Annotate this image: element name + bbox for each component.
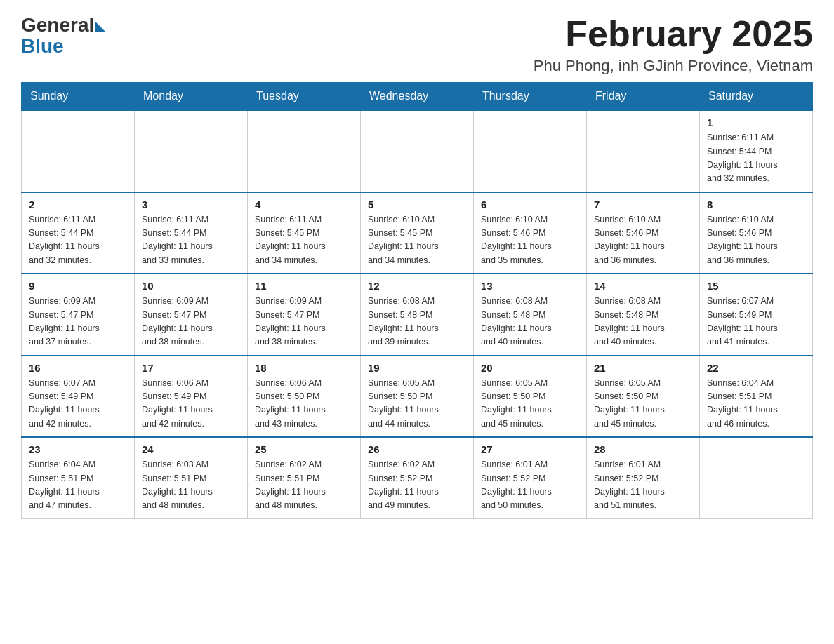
calendar-cell: 14Sunrise: 6:08 AMSunset: 5:48 PMDayligh…	[587, 274, 700, 356]
calendar-cell: 7Sunrise: 6:10 AMSunset: 5:46 PMDaylight…	[587, 192, 700, 274]
day-of-week-header: Friday	[587, 83, 700, 111]
day-info: Sunrise: 6:05 AMSunset: 5:50 PMDaylight:…	[594, 377, 692, 431]
day-number: 3	[142, 199, 240, 210]
day-number: 6	[481, 199, 579, 210]
calendar-week-row: 2Sunrise: 6:11 AMSunset: 5:44 PMDaylight…	[22, 192, 813, 274]
day-number: 13	[481, 280, 579, 292]
calendar-week-row: 23Sunrise: 6:04 AMSunset: 5:51 PMDayligh…	[22, 437, 813, 518]
day-number: 21	[594, 362, 692, 374]
logo-blue-text: Blue	[21, 35, 64, 58]
day-info: Sunrise: 6:07 AMSunset: 5:49 PMDaylight:…	[707, 295, 805, 349]
day-info: Sunrise: 6:01 AMSunset: 5:52 PMDaylight:…	[594, 458, 692, 513]
day-number: 17	[142, 362, 240, 374]
calendar-cell: 27Sunrise: 6:01 AMSunset: 5:52 PMDayligh…	[474, 437, 587, 518]
day-number: 22	[707, 362, 805, 374]
calendar-cell: 12Sunrise: 6:08 AMSunset: 5:48 PMDayligh…	[361, 274, 474, 356]
day-number: 9	[29, 280, 127, 292]
main-title: February 2025	[534, 14, 813, 54]
day-of-week-header: Thursday	[474, 83, 587, 111]
calendar-cell: 4Sunrise: 6:11 AMSunset: 5:45 PMDaylight…	[248, 192, 361, 274]
calendar-cell	[474, 110, 587, 192]
day-of-week-header: Saturday	[700, 83, 813, 111]
calendar-cell	[248, 110, 361, 192]
calendar-cell: 9Sunrise: 6:09 AMSunset: 5:47 PMDaylight…	[22, 274, 135, 356]
day-info: Sunrise: 6:06 AMSunset: 5:49 PMDaylight:…	[142, 377, 240, 431]
day-of-week-header: Monday	[135, 83, 248, 111]
day-info: Sunrise: 6:04 AMSunset: 5:51 PMDaylight:…	[707, 377, 805, 431]
calendar-cell: 15Sunrise: 6:07 AMSunset: 5:49 PMDayligh…	[700, 274, 813, 356]
day-info: Sunrise: 6:02 AMSunset: 5:51 PMDaylight:…	[255, 458, 353, 513]
day-info: Sunrise: 6:08 AMSunset: 5:48 PMDaylight:…	[594, 295, 692, 349]
calendar-cell: 5Sunrise: 6:10 AMSunset: 5:45 PMDaylight…	[361, 192, 474, 274]
day-number: 27	[481, 443, 579, 455]
calendar-cell	[135, 110, 248, 192]
page-header: General Blue February 2025 Phu Phong, in…	[21, 14, 813, 75]
day-number: 16	[29, 362, 127, 374]
calendar-header-row: SundayMondayTuesdayWednesdayThursdayFrid…	[22, 83, 813, 111]
day-number: 26	[368, 443, 466, 455]
calendar-cell: 25Sunrise: 6:02 AMSunset: 5:51 PMDayligh…	[248, 437, 361, 518]
day-info: Sunrise: 6:09 AMSunset: 5:47 PMDaylight:…	[142, 295, 240, 349]
day-number: 12	[368, 280, 466, 292]
calendar-week-row: 16Sunrise: 6:07 AMSunset: 5:49 PMDayligh…	[22, 356, 813, 438]
day-number: 28	[594, 443, 692, 455]
day-number: 8	[707, 199, 805, 210]
calendar-cell	[700, 437, 813, 518]
day-info: Sunrise: 6:08 AMSunset: 5:48 PMDaylight:…	[368, 295, 466, 349]
day-number: 2	[29, 199, 127, 210]
day-of-week-header: Wednesday	[361, 83, 474, 111]
logo: General Blue	[21, 14, 105, 58]
day-info: Sunrise: 6:11 AMSunset: 5:45 PMDaylight:…	[255, 213, 353, 268]
day-info: Sunrise: 6:11 AMSunset: 5:44 PMDaylight:…	[29, 213, 127, 268]
day-number: 10	[142, 280, 240, 292]
calendar-cell	[587, 110, 700, 192]
calendar-cell: 22Sunrise: 6:04 AMSunset: 5:51 PMDayligh…	[700, 356, 813, 438]
day-number: 11	[255, 280, 353, 292]
day-info: Sunrise: 6:03 AMSunset: 5:51 PMDaylight:…	[142, 458, 240, 513]
day-info: Sunrise: 6:08 AMSunset: 5:48 PMDaylight:…	[481, 295, 579, 349]
calendar-cell: 24Sunrise: 6:03 AMSunset: 5:51 PMDayligh…	[135, 437, 248, 518]
calendar-table: SundayMondayTuesdayWednesdayThursdayFrid…	[21, 82, 813, 519]
calendar-cell: 16Sunrise: 6:07 AMSunset: 5:49 PMDayligh…	[22, 356, 135, 438]
day-of-week-header: Sunday	[22, 83, 135, 111]
title-section: February 2025 Phu Phong, inh GJinh Provi…	[534, 14, 813, 75]
day-info: Sunrise: 6:09 AMSunset: 5:47 PMDaylight:…	[29, 295, 127, 349]
calendar-cell: 21Sunrise: 6:05 AMSunset: 5:50 PMDayligh…	[587, 356, 700, 438]
day-info: Sunrise: 6:04 AMSunset: 5:51 PMDaylight:…	[29, 458, 127, 513]
calendar-cell: 1Sunrise: 6:11 AMSunset: 5:44 PMDaylight…	[700, 110, 813, 192]
calendar-cell: 17Sunrise: 6:06 AMSunset: 5:49 PMDayligh…	[135, 356, 248, 438]
calendar-cell: 8Sunrise: 6:10 AMSunset: 5:46 PMDaylight…	[700, 192, 813, 274]
day-info: Sunrise: 6:02 AMSunset: 5:52 PMDaylight:…	[368, 458, 466, 513]
day-info: Sunrise: 6:10 AMSunset: 5:46 PMDaylight:…	[481, 213, 579, 268]
day-info: Sunrise: 6:10 AMSunset: 5:46 PMDaylight:…	[594, 213, 692, 268]
logo-general-text: General	[21, 14, 94, 36]
day-number: 15	[707, 280, 805, 292]
day-number: 23	[29, 443, 127, 455]
day-number: 14	[594, 280, 692, 292]
day-number: 7	[594, 199, 692, 210]
calendar-cell: 23Sunrise: 6:04 AMSunset: 5:51 PMDayligh…	[22, 437, 135, 518]
calendar-cell	[361, 110, 474, 192]
day-info: Sunrise: 6:11 AMSunset: 5:44 PMDaylight:…	[707, 131, 805, 186]
calendar-cell: 20Sunrise: 6:05 AMSunset: 5:50 PMDayligh…	[474, 356, 587, 438]
day-info: Sunrise: 6:09 AMSunset: 5:47 PMDaylight:…	[255, 295, 353, 349]
calendar-cell: 26Sunrise: 6:02 AMSunset: 5:52 PMDayligh…	[361, 437, 474, 518]
day-of-week-header: Tuesday	[248, 83, 361, 111]
day-info: Sunrise: 6:01 AMSunset: 5:52 PMDaylight:…	[481, 458, 579, 513]
logo-arrow-icon	[95, 22, 105, 32]
day-info: Sunrise: 6:10 AMSunset: 5:46 PMDaylight:…	[707, 213, 805, 268]
calendar-cell: 3Sunrise: 6:11 AMSunset: 5:44 PMDaylight…	[135, 192, 248, 274]
calendar-cell: 2Sunrise: 6:11 AMSunset: 5:44 PMDaylight…	[22, 192, 135, 274]
calendar-cell: 28Sunrise: 6:01 AMSunset: 5:52 PMDayligh…	[587, 437, 700, 518]
day-number: 24	[142, 443, 240, 455]
calendar-week-row: 9Sunrise: 6:09 AMSunset: 5:47 PMDaylight…	[22, 274, 813, 356]
day-info: Sunrise: 6:10 AMSunset: 5:45 PMDaylight:…	[368, 213, 466, 268]
day-number: 25	[255, 443, 353, 455]
day-info: Sunrise: 6:07 AMSunset: 5:49 PMDaylight:…	[29, 377, 127, 431]
day-info: Sunrise: 6:11 AMSunset: 5:44 PMDaylight:…	[142, 213, 240, 268]
calendar-cell: 11Sunrise: 6:09 AMSunset: 5:47 PMDayligh…	[248, 274, 361, 356]
day-info: Sunrise: 6:05 AMSunset: 5:50 PMDaylight:…	[481, 377, 579, 431]
calendar-cell	[22, 110, 135, 192]
day-number: 18	[255, 362, 353, 374]
calendar-cell: 18Sunrise: 6:06 AMSunset: 5:50 PMDayligh…	[248, 356, 361, 438]
